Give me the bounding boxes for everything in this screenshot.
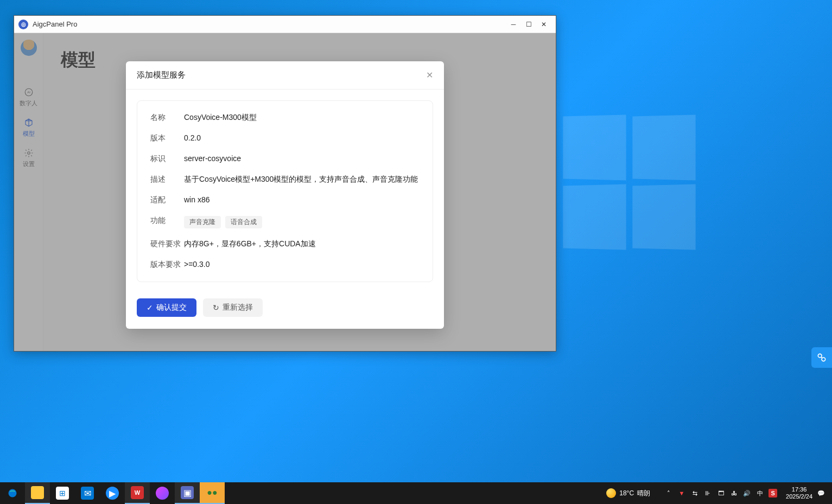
- row-hardware: 硬件要求 内存8G+，显存6GB+，支持CUDA加速: [150, 239, 420, 249]
- sun-icon: [606, 488, 616, 498]
- windows-icon: [8, 488, 17, 498]
- tray-chevron-up-icon[interactable]: ˄: [664, 489, 673, 497]
- tray-volume-icon[interactable]: 🔊: [742, 489, 751, 497]
- wps-icon: W: [131, 486, 144, 499]
- taskbar-wps[interactable]: W: [125, 482, 150, 504]
- mail-icon: ✉: [81, 487, 94, 500]
- link-icon: [816, 352, 827, 363]
- tray-ime-icon[interactable]: 中: [755, 489, 764, 497]
- taskbar: ⊞ ✉ ▶ W ▣ ●● 18°C 晴朗 ˄ ▼ ⇆ ⊪ 🗔 🖧 🔊 中 S 1…: [0, 482, 832, 504]
- tray-battery-icon[interactable]: 🗔: [716, 489, 725, 497]
- row-feature: 功能 声音克隆 语音合成: [150, 216, 420, 228]
- tray-input-icon[interactable]: S: [769, 489, 777, 497]
- wechat-icon: ●●: [206, 486, 219, 499]
- app-window: ◎ AigcPanel Pro ─ ☐ ✕ AI 数字人 模型 设置 模型: [14, 15, 556, 352]
- window-title: AigcPanel Pro: [33, 20, 506, 28]
- reselect-button[interactable]: ↻ 重新选择: [203, 298, 263, 317]
- model-info-card: 名称 CosyVoice-M300模型 版本 0.2.0 标识 server-c…: [137, 100, 433, 282]
- swirl-icon: [156, 487, 169, 500]
- folder-icon: [31, 486, 44, 499]
- taskbar-store[interactable]: ⊞: [50, 482, 75, 504]
- row-platform: 适配 win x86: [150, 195, 420, 205]
- store-icon: ⊞: [56, 487, 69, 500]
- taskbar-app2[interactable]: ▣: [175, 482, 200, 504]
- add-model-modal: 添加模型服务 ✕ 名称 CosyVoice-M300模型 版本 0.2.0 标识…: [126, 61, 444, 329]
- system-tray: ˄ ▼ ⇆ ⊪ 🗔 🖧 🔊 中 S 17:36 2025/2/24 💬: [658, 486, 832, 500]
- titlebar[interactable]: ◎ AigcPanel Pro ─ ☐ ✕: [14, 16, 556, 33]
- minimize-button[interactable]: ─: [506, 17, 521, 32]
- tray-sync-icon[interactable]: ⇆: [690, 489, 699, 497]
- start-button[interactable]: [0, 482, 25, 504]
- row-desc: 描述 基于CosyVoice模型+M300模型的模型，支持声音合成、声音克隆功能: [150, 175, 420, 184]
- row-name: 名称 CosyVoice-M300模型: [150, 113, 420, 123]
- tray-shield-icon[interactable]: ▼: [677, 489, 686, 497]
- taskbar-mail[interactable]: ✉: [75, 482, 100, 504]
- feature-tag: 语音合成: [225, 216, 262, 228]
- app-icon: ◎: [18, 20, 28, 29]
- tray-network-icon[interactable]: 🖧: [729, 489, 738, 497]
- taskbar-explorer[interactable]: [25, 482, 50, 504]
- maximize-button[interactable]: ☐: [521, 17, 536, 32]
- refresh-icon: ↻: [213, 303, 219, 312]
- tray-meter-icon[interactable]: ⊪: [703, 489, 712, 497]
- svg-point-4: [822, 358, 825, 361]
- clock[interactable]: 17:36 2025/2/24: [786, 486, 812, 500]
- feature-tag: 声音克隆: [184, 216, 221, 228]
- row-version: 版本 0.2.0: [150, 133, 420, 143]
- doc-icon: ▣: [181, 486, 194, 499]
- confirm-submit-button[interactable]: ✓ 确认提交: [137, 298, 196, 317]
- modal-overlay[interactable]: 添加模型服务 ✕ 名称 CosyVoice-M300模型 版本 0.2.0 标识…: [14, 33, 556, 351]
- modal-title: 添加模型服务: [137, 70, 186, 80]
- taskbar-wechat[interactable]: ●●: [200, 482, 225, 504]
- row-versionreq: 版本要求 >=0.3.0: [150, 260, 420, 270]
- taskbar-media[interactable]: ▶: [100, 482, 125, 504]
- row-ident: 标识 server-cosyvoice: [150, 154, 420, 164]
- close-button[interactable]: ✕: [536, 17, 551, 32]
- notifications-icon[interactable]: 💬: [817, 489, 825, 497]
- play-icon: ▶: [106, 487, 119, 500]
- svg-point-6: [9, 489, 17, 497]
- check-icon: ✓: [147, 303, 153, 312]
- side-widget[interactable]: [811, 347, 832, 368]
- weather-widget[interactable]: 18°C 晴朗: [606, 488, 650, 498]
- svg-line-5: [821, 357, 822, 358]
- svg-point-3: [818, 354, 822, 358]
- modal-close-button[interactable]: ✕: [426, 70, 433, 80]
- taskbar-app1[interactable]: [150, 482, 175, 504]
- windows-logo: [562, 116, 696, 250]
